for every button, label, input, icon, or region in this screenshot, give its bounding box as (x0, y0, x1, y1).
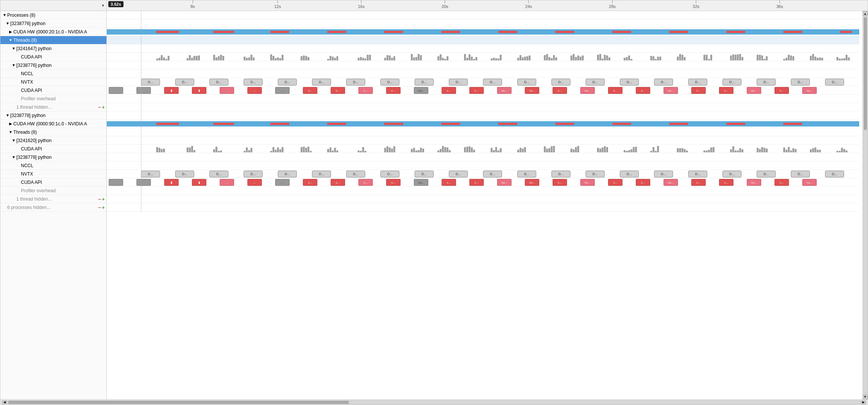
nvtx-box-10[interactable]: D... (483, 79, 502, 85)
nvtx-box-20[interactable]: D... (825, 79, 844, 85)
nvtx-box-6[interactable]: D... (346, 171, 365, 177)
api-block-8[interactable]: c... (331, 179, 345, 186)
tree-row-cuda-api-1[interactable]: CUDA API (0, 53, 106, 61)
nvtx-box-17[interactable]: D... (722, 171, 741, 177)
nvtx-box-10[interactable]: D... (483, 171, 502, 177)
api-block-1[interactable] (136, 179, 151, 186)
dropdown-arrow-icon[interactable]: ▼ (101, 3, 105, 8)
api-block-6[interactable]: ... (275, 179, 290, 186)
tree-row-cuda-api-3[interactable]: CUDA API (0, 145, 106, 153)
thread-hidden-2-minus[interactable]: − (98, 196, 101, 202)
api-block-8[interactable]: c... (331, 87, 345, 94)
api-block-20[interactable]: cu... (664, 179, 678, 186)
toggle-p3238776[interactable]: ▼ (5, 21, 10, 25)
api-block-10[interactable]: c... (386, 179, 401, 186)
scroll-vthumb[interactable] (864, 17, 867, 130)
toggle-processes[interactable]: ▼ (2, 13, 7, 17)
api-block-24[interactable]: c... (775, 87, 789, 94)
nvtx-box-18[interactable]: D... (757, 171, 776, 177)
api-block-17[interactable]: cu... (580, 87, 595, 94)
nvtx-box-5[interactable]: D... (312, 171, 331, 177)
scroll-htrack[interactable] (8, 400, 860, 404)
tree-row-thread-hidden-2[interactable]: 1 thread hidden... − + (0, 195, 106, 203)
tree-row-processes-hidden[interactable]: 6 processes hidden... − + (0, 203, 106, 212)
api-block-25[interactable]: cu... (802, 87, 817, 94)
api-block-7[interactable]: c... (303, 87, 317, 94)
nvtx-box-13[interactable]: D... (586, 79, 605, 85)
api-block-5[interactable]: ... (247, 87, 262, 94)
api-block-5[interactable]: ... (247, 179, 262, 186)
api-block-9[interactable]: c... (358, 87, 373, 94)
api-block-3[interactable]: ▮ (192, 87, 206, 94)
toggle-p3241620[interactable]: ▼ (11, 138, 16, 142)
tree-row-p3241620[interactable]: ▼ [3241620] python (0, 136, 106, 145)
toggle-p3241647[interactable]: ▼ (11, 46, 16, 51)
api-block-4[interactable]: ... (220, 87, 234, 94)
thread-hidden-2-plus[interactable]: + (102, 196, 105, 202)
api-block-13[interactable]: c... (469, 179, 484, 186)
nvtx-box-13[interactable]: D... (586, 171, 605, 177)
api-block-6[interactable]: ... (275, 87, 290, 94)
api-block-11[interactable]: cu... (414, 179, 428, 186)
nvtx-box-2[interactable]: D... (209, 79, 228, 85)
scroll-hthumb[interactable] (8, 401, 349, 404)
api-block-12[interactable]: c... (442, 87, 456, 94)
api-block-21[interactable]: c... (691, 87, 706, 94)
api-block-12[interactable]: c... (442, 179, 456, 186)
api-block-0[interactable] (109, 87, 123, 94)
nvtx-box-20[interactable]: D... (825, 171, 844, 177)
nvtx-box-16[interactable]: D... (688, 171, 707, 177)
nvtx-box-7[interactable]: D... (380, 171, 399, 177)
toggle-p3238776b[interactable]: ▼ (11, 63, 16, 67)
api-block-2[interactable]: ▮ (164, 87, 179, 94)
api-block-1[interactable] (136, 87, 151, 94)
nvtx-box-6[interactable]: D... (346, 79, 365, 85)
nvtx-box-8[interactable]: D... (415, 79, 434, 85)
tree-row-p3241647[interactable]: ▼ [3241647] python (0, 44, 106, 53)
content-panel[interactable]: D...D...D...D...D...D...D...D...D...D...… (107, 11, 862, 399)
nvtx-box-2[interactable]: D... (209, 171, 228, 177)
api-block-14[interactable]: cu... (497, 179, 512, 186)
tree-row-threads-1[interactable]: ▼ Threads (8) (0, 36, 106, 44)
nvtx-box-14[interactable]: D... (620, 79, 639, 85)
nvtx-box-3[interactable]: D... (244, 171, 263, 177)
api-block-15[interactable]: cu... (525, 87, 539, 94)
tree-row-processes[interactable]: ▼ Processes (8) (0, 11, 106, 19)
processes-hidden-plus[interactable]: + (102, 205, 105, 210)
nvtx-box-8[interactable]: D... (415, 171, 434, 177)
nvtx-box-18[interactable]: D... (757, 79, 776, 85)
nvtx-box-11[interactable]: D... (517, 171, 536, 177)
api-block-9[interactable]: c... (358, 179, 373, 186)
api-block-13[interactable]: c... (469, 87, 484, 94)
processes-hidden-minus[interactable]: − (98, 205, 101, 210)
tree-row-nvtx-1[interactable]: NVTX (0, 78, 106, 86)
nvtx-box-3[interactable]: D... (244, 79, 263, 85)
nvtx-box-9[interactable]: D... (449, 171, 468, 177)
tree-row-nccl-1[interactable]: NCCL (0, 70, 106, 78)
nvtx-box-15[interactable]: D... (654, 171, 673, 177)
thread-hidden-1-minus[interactable]: − (98, 104, 101, 110)
thread-hidden-1-plus[interactable]: + (102, 104, 105, 110)
api-block-11[interactable]: cu... (414, 87, 428, 94)
toggle-threads-2[interactable]: ▼ (8, 130, 13, 134)
tree-row-thread-hidden-1[interactable]: 1 thread hidden... − + (0, 103, 106, 111)
api-block-2[interactable]: ▮ (164, 179, 179, 186)
nvtx-box-19[interactable]: D... (791, 79, 810, 85)
tree-row-cuda-hw-2[interactable]: ▶ CUDA HW (0000:90:1c.0 - NVIDIA A (0, 120, 106, 128)
api-block-20[interactable]: cu... (664, 87, 678, 94)
api-block-23[interactable]: cu... (747, 179, 761, 186)
scroll-right-arrow[interactable]: ▶ (861, 400, 866, 404)
nvtx-box-5[interactable]: D... (312, 79, 331, 85)
api-block-23[interactable]: cu... (747, 87, 761, 94)
scroll-left-arrow[interactable]: ◀ (2, 400, 7, 404)
api-block-7[interactable]: c... (303, 179, 317, 186)
scroll-vtrack[interactable] (863, 17, 867, 393)
tree-row-profiler-overhead-1[interactable]: Profiler overhead (0, 95, 106, 103)
tree-row-cuda-api-2[interactable]: CUDA API (0, 86, 106, 95)
scroll-down-arrow[interactable]: ▼ (863, 394, 868, 399)
nvtx-box-16[interactable]: D... (688, 79, 707, 85)
nvtx-box-7[interactable]: D... (380, 79, 399, 85)
api-block-16[interactable]: c... (553, 179, 567, 186)
api-block-14[interactable]: cu... (497, 87, 512, 94)
nvtx-box-9[interactable]: D... (449, 79, 468, 85)
